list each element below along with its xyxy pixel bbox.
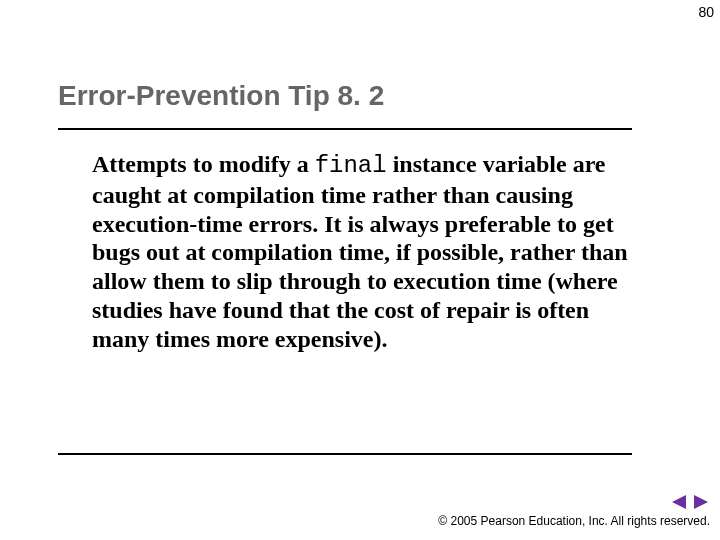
body-post: instance variable are caught at compilat… <box>92 151 628 352</box>
nav-arrows <box>670 494 710 510</box>
slide-title: Error-Prevention Tip 8. 2 <box>58 80 384 112</box>
copyright-footer: © 2005 Pearson Education, Inc. All right… <box>438 514 710 528</box>
svg-marker-0 <box>672 495 686 509</box>
bottom-rule <box>58 453 632 455</box>
next-slide-button[interactable] <box>692 494 710 510</box>
page-number: 80 <box>698 4 714 20</box>
title-underline <box>58 128 632 130</box>
body-pre: Attempts to modify a <box>92 151 315 177</box>
code-keyword: final <box>315 152 387 179</box>
triangle-right-icon <box>692 494 710 510</box>
svg-marker-1 <box>694 495 708 509</box>
prev-slide-button[interactable] <box>670 494 688 510</box>
triangle-left-icon <box>670 494 688 510</box>
body-text: Attempts to modify a final instance vari… <box>92 150 632 354</box>
